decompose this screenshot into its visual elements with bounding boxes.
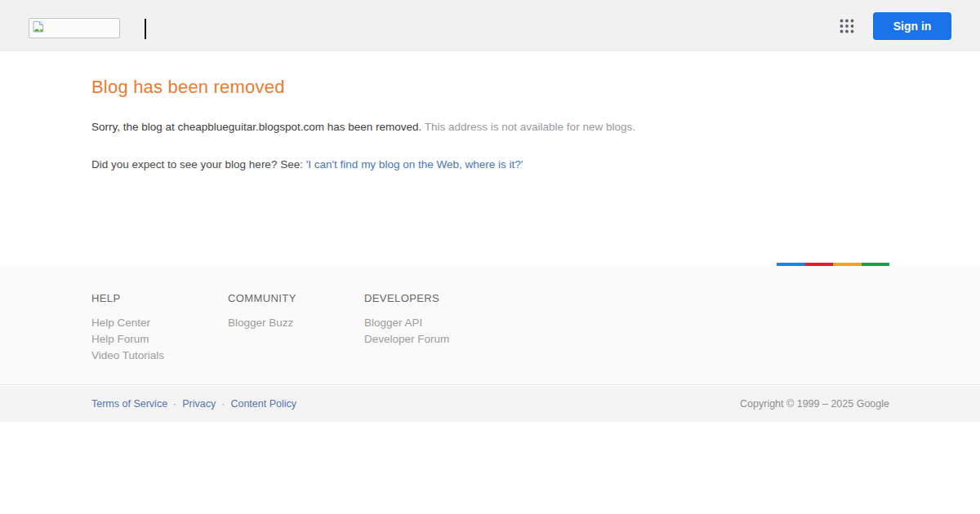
footer: HELP Help Center Help Forum Video Tutori… [0, 266, 980, 385]
footer-columns: HELP Help Center Help Forum Video Tutori… [0, 266, 980, 364]
footer-link-help-forum[interactable]: Help Forum [91, 331, 228, 348]
footer-link-help-center[interactable]: Help Center [91, 315, 228, 331]
help-prompt-text: Did you expect to see your blog here? Se… [91, 158, 303, 171]
main-content: Blog has been removed Sorry, the blog at… [91, 51, 931, 172]
footer-link-video-tutorials[interactable]: Video Tutorials [91, 348, 228, 364]
blogger-logo-placeholder[interactable] [29, 18, 120, 38]
removal-message-primary: Sorry, the blog at cheapblueguitar.blogs… [91, 121, 421, 133]
legal-bar: Terms of Service · Privacy · Content Pol… [0, 386, 980, 422]
legal-separator: · [173, 398, 176, 410]
removal-message-secondary: This address is not available for new bl… [425, 121, 635, 133]
footer-link-blogger-buzz[interactable]: Blogger Buzz [228, 315, 364, 331]
page-title: Blog has been removed [91, 77, 931, 98]
find-my-blog-link[interactable]: 'I can't find my blog on the Web, where … [306, 158, 523, 171]
header-divider-bar [145, 19, 146, 39]
privacy-link[interactable]: Privacy [182, 398, 216, 410]
footer-column-title: COMMUNITY [228, 292, 364, 304]
footer-column-community: COMMUNITY Blogger Buzz [228, 292, 364, 364]
footer-column-developers: DEVELOPERS Blogger API Developer Forum [364, 292, 501, 364]
footer-link-developer-forum[interactable]: Developer Forum [364, 331, 501, 348]
blogger-blog-removed-page: Sign in Blog has been removed Sorry, the… [0, 0, 980, 514]
terms-of-service-link[interactable]: Terms of Service [91, 398, 167, 410]
help-prompt-line: Did you expect to see your blog here? Se… [91, 157, 931, 172]
header: Sign in [0, 0, 980, 51]
footer-link-blogger-api[interactable]: Blogger API [364, 315, 501, 331]
copyright-text: Copyright © 1999 – 2025 Google [740, 398, 889, 410]
footer-column-help: HELP Help Center Help Forum Video Tutori… [91, 292, 228, 364]
google-apps-icon[interactable] [831, 10, 863, 42]
footer-column-title: HELP [91, 292, 228, 304]
footer-column-title: DEVELOPERS [364, 292, 501, 304]
legal-links: Terms of Service · Privacy · Content Pol… [91, 398, 296, 410]
header-actions: Sign in [831, 0, 980, 51]
legal-separator: · [221, 398, 225, 410]
sign-in-button[interactable]: Sign in [873, 12, 951, 40]
broken-image-icon [32, 20, 45, 37]
content-policy-link[interactable]: Content Policy [230, 398, 296, 410]
removal-message: Sorry, the blog at cheapblueguitar.blogs… [91, 119, 931, 135]
